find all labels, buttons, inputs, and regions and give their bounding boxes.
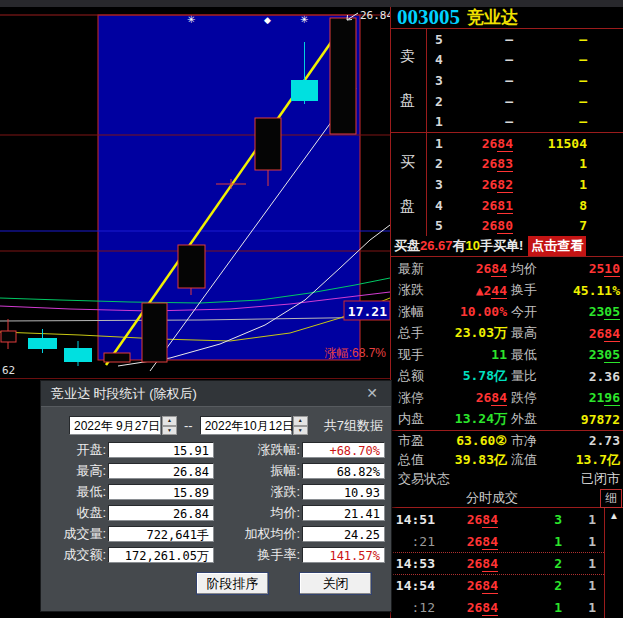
date-separator: -- bbox=[184, 418, 193, 433]
tick-price: 2684 bbox=[435, 512, 498, 527]
stat-value: 2684 bbox=[452, 261, 507, 276]
volume-cell: 7 bbox=[513, 218, 587, 233]
field-label: 振幅: bbox=[214, 462, 300, 480]
tick-time: :12 bbox=[391, 600, 435, 615]
kline-chart[interactable]: ✳ ◆ ✳ 26.84 17.21 涨幅:68.7% 62 bbox=[0, 7, 390, 380]
dialog-title: 竞业达 时段统计 (除权后) bbox=[51, 386, 197, 401]
dialog-titlebar[interactable]: 竞业达 时段统计 (除权后) ✕ bbox=[41, 381, 391, 407]
stats-row: 现手11最低2305 bbox=[391, 344, 623, 366]
candle-current bbox=[330, 18, 356, 134]
ticks-header: 分时成交 细 bbox=[391, 489, 623, 508]
field-label: 成交额: bbox=[41, 546, 106, 564]
level-cell: 1 bbox=[435, 114, 449, 129]
field-label: 成交量: bbox=[41, 525, 106, 543]
tick-row[interactable]: :12268411 bbox=[391, 596, 604, 618]
stats-row: 市盈63.60②市净2.73 bbox=[391, 431, 623, 450]
volume-cell: — bbox=[513, 73, 587, 88]
field-label: 均价: bbox=[214, 504, 300, 522]
date-to-input[interactable]: 2022年10月12日 bbox=[200, 416, 292, 435]
tick-count: 1 bbox=[562, 578, 596, 593]
tick-row[interactable]: 14:54268421 bbox=[391, 574, 604, 596]
buy-row[interactable]: 1268411504 bbox=[427, 133, 623, 154]
level-cell: 4 bbox=[435, 198, 449, 213]
field-input: 10.93 bbox=[302, 484, 385, 500]
ticks-detail-button[interactable]: 细 bbox=[600, 489, 622, 508]
stat-label: 总手 bbox=[391, 324, 452, 342]
level-cell: 4 bbox=[435, 52, 449, 67]
sell-row[interactable]: 5—— bbox=[427, 29, 623, 50]
sell-row[interactable]: 4—— bbox=[427, 50, 623, 71]
sell-row[interactable]: 3—— bbox=[427, 70, 623, 91]
tick-row[interactable]: 14:53268421 bbox=[391, 552, 604, 574]
field-input: +68.70% bbox=[302, 442, 385, 458]
stat-label: 今开 bbox=[507, 303, 563, 321]
level-cell: 3 bbox=[435, 73, 449, 88]
date-from-input[interactable]: 2022年 9月27日 bbox=[69, 416, 161, 435]
scrollbar[interactable] bbox=[604, 508, 605, 618]
alert-text: 有 bbox=[453, 238, 466, 253]
stat-label: 均价 bbox=[507, 260, 563, 278]
tick-count: 1 bbox=[562, 534, 596, 549]
buy-row[interactable]: 226831 bbox=[427, 154, 623, 175]
buy-label: 盘 bbox=[400, 197, 415, 216]
field-input: 21.41 bbox=[302, 505, 385, 521]
tick-volume: 2 bbox=[498, 578, 562, 593]
close-button[interactable]: 关闭 bbox=[299, 572, 372, 595]
alert-qty: 10 bbox=[466, 238, 480, 253]
price-cell: 2684 bbox=[449, 136, 513, 151]
tick-volume: 1 bbox=[498, 534, 562, 549]
stats-row: 内盘13.24万外盘97872 bbox=[391, 409, 623, 431]
high-price-label: 26.84 bbox=[360, 9, 390, 22]
stock-header: 003005竞业达 bbox=[391, 7, 623, 29]
date-range-row: 2022年 9月27日 ▲ ▼ -- 2022年10月12日 ▲ ▼ 共7组数据 bbox=[69, 416, 391, 435]
buy-row[interactable]: 526807 bbox=[427, 215, 623, 236]
scroll-up-icon[interactable]: ▲ bbox=[609, 510, 619, 521]
star-marker-icon: ✳ bbox=[187, 14, 195, 25]
dialog-close-button[interactable]: ✕ bbox=[363, 381, 381, 406]
field-input: 15.89 bbox=[108, 484, 214, 500]
spinner-down-button[interactable]: ▼ bbox=[162, 426, 177, 436]
date-to-spinner: ▲ ▼ bbox=[293, 416, 308, 435]
buy-row[interactable]: 426818 bbox=[427, 195, 623, 216]
alert-text: 手买单! bbox=[480, 238, 523, 253]
spinner-down-button[interactable]: ▼ bbox=[293, 426, 308, 436]
field-input: 15.91 bbox=[108, 442, 214, 458]
tick-row[interactable]: :21268411 bbox=[391, 530, 604, 552]
candle-down bbox=[28, 338, 57, 349]
tick-row[interactable]: 14:51268431 bbox=[391, 508, 604, 530]
tick-price: 2684 bbox=[435, 556, 498, 571]
tick-count: 1 bbox=[562, 512, 596, 527]
price-tag-mid: 17.21 bbox=[348, 304, 387, 319]
volume-cell: — bbox=[513, 94, 587, 109]
level-cell: 2 bbox=[435, 156, 449, 171]
price-arrow-icon bbox=[347, 15, 348, 20]
spinner-up-button[interactable]: ▲ bbox=[162, 416, 177, 426]
buy-row[interactable]: 326821 bbox=[427, 174, 623, 195]
alert-action-button[interactable]: 点击查看 bbox=[528, 236, 586, 256]
ticks-list: 14:51268431:2126841114:5326842114:542684… bbox=[391, 508, 604, 618]
stat-value: 2684 bbox=[563, 326, 623, 341]
stats-row: 涨跌▲244换手45.11% bbox=[391, 280, 623, 302]
level-cell: 5 bbox=[435, 32, 449, 47]
trade-status-row: 交易状态已闭市 bbox=[391, 470, 623, 489]
alert-price: 26.67 bbox=[420, 238, 453, 253]
stat-value: 2510 bbox=[563, 261, 623, 276]
stat-value: 13.7亿 bbox=[563, 451, 623, 469]
spinner-up-button[interactable]: ▲ bbox=[293, 416, 308, 426]
field-row: 成交额:172,261.05万换手率:141.57% bbox=[41, 544, 391, 565]
trade-status-value: 已闭市 bbox=[478, 470, 623, 488]
volume-cell: 1 bbox=[513, 156, 587, 171]
stat-label: 涨停 bbox=[391, 389, 452, 407]
candle-down bbox=[291, 80, 318, 101]
tick-volume: 1 bbox=[498, 600, 562, 615]
sell-row[interactable]: 1—— bbox=[427, 111, 623, 132]
volume-cell: — bbox=[513, 52, 587, 67]
volume-cell: 11504 bbox=[513, 136, 587, 151]
stats-row: 总手23.03万最高2684 bbox=[391, 323, 623, 345]
level-cell: 1 bbox=[435, 136, 449, 151]
stat-value: 11 bbox=[452, 347, 507, 362]
price-cell: 2681 bbox=[449, 198, 513, 213]
sell-row[interactable]: 2—— bbox=[427, 91, 623, 112]
top-toolbar-strip bbox=[0, 0, 623, 7]
period-sort-button[interactable]: 阶段排序 bbox=[196, 572, 269, 595]
